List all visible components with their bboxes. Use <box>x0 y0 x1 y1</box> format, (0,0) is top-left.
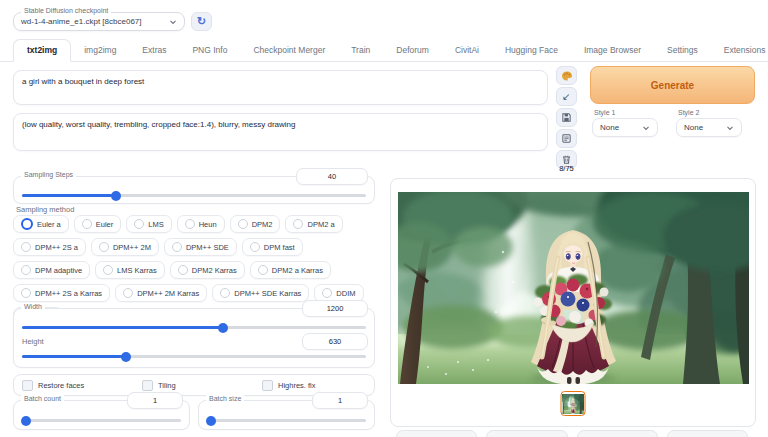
tab-bar: txt2img img2img Extras PNG Info Checkpoi… <box>0 40 768 62</box>
width-slider[interactable] <box>22 326 366 329</box>
batch-size-input[interactable]: 1 <box>312 392 368 409</box>
prompt-input[interactable]: a girl with a bouquet in deep forest <box>13 70 548 105</box>
slider-thumb[interactable] <box>121 352 131 362</box>
height-input[interactable]: 630 <box>302 333 368 350</box>
tab[interactable]: Extras <box>129 40 179 61</box>
tab-label: Image Browser <box>584 45 641 55</box>
save-style-button[interactable] <box>556 108 577 127</box>
sampler-option[interactable]: Heun <box>177 215 225 233</box>
batch-size-block: Batch size 1 <box>198 400 375 430</box>
slider-thumb[interactable] <box>21 416 31 426</box>
radio-icon <box>250 242 260 252</box>
slider-fill <box>22 194 115 197</box>
width-input[interactable]: 1200 <box>302 300 368 317</box>
checkpoint-select[interactable]: Stable Diffusion checkpoint wd-1-4-anime… <box>13 12 185 31</box>
sampler-option[interactable]: Euler a <box>13 215 69 233</box>
sampler-option[interactable]: DPM++ 2M <box>91 238 159 256</box>
checkbox-icon <box>142 380 153 391</box>
style2-label: Style 2 <box>678 109 699 116</box>
sampling-steps-input[interactable]: 40 <box>296 168 368 185</box>
sampler-option[interactable]: DPM++ SDE Karras <box>212 284 309 302</box>
generate-button[interactable]: Generate <box>590 66 755 104</box>
checkbox-icon <box>22 380 33 391</box>
tab[interactable]: Settings <box>654 40 711 61</box>
slider-thumb[interactable] <box>218 323 228 333</box>
tab[interactable]: Hugging Face <box>492 40 571 61</box>
batch-count-input[interactable]: 1 <box>127 392 183 409</box>
height-slider[interactable] <box>22 355 366 358</box>
sampler-option[interactable]: DPM++ SDE <box>164 238 237 256</box>
partial-button[interactable] <box>486 430 567 437</box>
sampler-option[interactable]: DPM2 a <box>285 215 342 233</box>
tab[interactable]: PNG Info <box>179 40 240 61</box>
sampler-label: DPM adaptive <box>35 266 82 275</box>
sampler-label: Euler <box>96 220 114 229</box>
slider-thumb[interactable] <box>111 191 121 201</box>
sampler-option[interactable]: DPM2 Karras <box>170 261 245 279</box>
tab-label: Hugging Face <box>505 45 558 55</box>
style2-select[interactable]: None <box>676 118 742 137</box>
tab[interactable]: Checkpoint Merger <box>240 40 338 61</box>
checkbox-item[interactable]: Tiling <box>134 380 254 391</box>
tab[interactable]: Image Browser <box>571 40 654 61</box>
batch-count-block: Batch count 1 <box>13 400 190 430</box>
checkbox-label: Tiling <box>158 381 176 390</box>
radio-icon <box>134 219 144 229</box>
chevron-down-icon <box>169 18 177 26</box>
tab[interactable]: CivitAi <box>442 40 492 61</box>
generated-image[interactable] <box>398 192 749 384</box>
tab[interactable]: Deforum <box>383 40 442 61</box>
paste-params-button[interactable]: ↙ <box>556 87 577 106</box>
sampler-option[interactable]: DPM adaptive <box>13 261 90 279</box>
checkbox-item[interactable]: Restore faces <box>14 380 134 391</box>
negative-prompt-input[interactable]: (low quality, worst quality, trembling, … <box>13 113 548 151</box>
sampler-option[interactable]: DPM++ 2S a Karras <box>13 284 110 302</box>
partial-button[interactable] <box>396 430 477 437</box>
slider-thumb[interactable] <box>206 416 216 426</box>
batch-count-slider[interactable] <box>22 419 181 422</box>
batch-size-slider[interactable] <box>207 419 366 422</box>
tab[interactable]: txt2img <box>13 39 71 62</box>
sampler-label: DDIM <box>336 289 355 298</box>
sampling-steps-slider[interactable] <box>22 194 366 197</box>
sampler-option[interactable]: DPM2 a Karras <box>250 261 331 279</box>
sampler-option[interactable]: Euler <box>74 215 122 233</box>
style1-select[interactable]: None <box>592 118 658 137</box>
sampler-label: DPM2 a Karras <box>272 266 323 275</box>
gallery-thumbnail[interactable] <box>561 391 586 416</box>
tab[interactable]: Extensions <box>711 40 768 61</box>
partial-button[interactable] <box>667 430 748 437</box>
width-label: Width <box>21 303 45 310</box>
partial-button[interactable] <box>577 430 658 437</box>
generate-label: Generate <box>651 80 694 91</box>
sampler-label: DPM2 <box>252 220 273 229</box>
sampler-option[interactable]: DPM fast <box>242 238 303 256</box>
sampler-option[interactable]: DPM++ 2M Karras <box>115 284 207 302</box>
radio-icon <box>82 219 92 229</box>
roll-style-button[interactable] <box>556 66 577 85</box>
sampler-option[interactable]: DPM2 <box>230 215 281 233</box>
radio-icon <box>178 265 188 275</box>
style2-value: None <box>684 123 703 132</box>
sampler-label: Euler a <box>37 220 61 229</box>
sampler-option[interactable]: LMS Karras <box>95 261 165 279</box>
sampler-label: DPM++ 2M Karras <box>137 289 199 298</box>
sampler-label: LMS <box>148 220 163 229</box>
checkbox-label: Highres. fix <box>278 381 316 390</box>
style1-label: Style 1 <box>594 109 615 116</box>
refresh-checkpoint-button[interactable]: ↻ <box>191 12 212 31</box>
sampling-method-label: Sampling method <box>16 205 74 214</box>
radio-icon <box>238 219 248 229</box>
sampling-steps-block: Sampling Steps 40 <box>13 176 375 204</box>
sampler-option[interactable]: DPM++ 2S a <box>13 238 86 256</box>
checkpoint-value: wd-1-4-anime_e1.ckpt [8cbce067] <box>21 17 142 26</box>
sampler-label: DPM2 a <box>307 220 334 229</box>
radio-icon <box>21 288 31 298</box>
checkbox-item[interactable]: Highres. fix <box>254 380 374 391</box>
slider-fill <box>22 355 125 358</box>
sampling-steps-label: Sampling Steps <box>21 171 76 178</box>
tab[interactable]: img2img <box>71 40 129 61</box>
apply-style-button[interactable] <box>556 129 577 148</box>
sampler-option[interactable]: LMS <box>126 215 171 233</box>
tab[interactable]: Train <box>338 40 383 61</box>
